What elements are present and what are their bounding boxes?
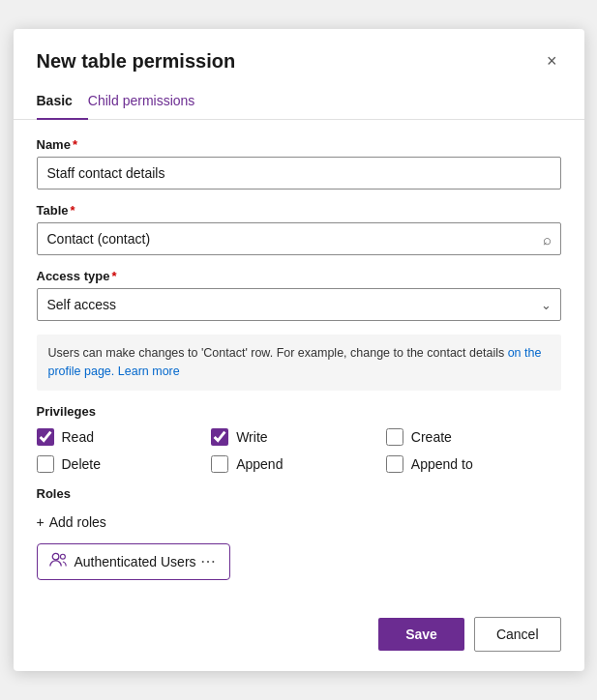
- role-chip-left: Authenticated Users: [49, 552, 196, 571]
- checkbox-append-to[interactable]: Append to: [386, 455, 561, 473]
- append-checkbox[interactable]: [211, 455, 228, 473]
- tab-child-permissions[interactable]: Child permissions: [88, 83, 210, 120]
- modal-dialog: New table permission × Basic Child permi…: [14, 29, 584, 671]
- cancel-button[interactable]: Cancel: [474, 617, 561, 652]
- close-button[interactable]: ×: [543, 48, 561, 73]
- access-type-required: *: [111, 269, 116, 283]
- name-required: *: [73, 137, 77, 152]
- modal-body: Name* Table* ⌕ Access type*: [14, 120, 584, 603]
- access-type-select[interactable]: Self access Global access Team access: [37, 288, 561, 321]
- add-roles-button[interactable]: + Add roles: [37, 510, 106, 534]
- table-input[interactable]: [37, 222, 561, 255]
- name-field-group: Name*: [37, 137, 561, 190]
- modal-title: New table permission: [37, 50, 236, 73]
- access-type-field-group: Access type* Self access Global access T…: [37, 269, 561, 321]
- table-label: Table*: [37, 203, 561, 218]
- tab-basic[interactable]: Basic: [37, 83, 88, 120]
- checkbox-write[interactable]: Write: [211, 428, 386, 446]
- add-roles-label: Add roles: [49, 514, 106, 530]
- roles-label: Roles: [37, 486, 561, 501]
- role-options-button[interactable]: ⋯: [198, 552, 218, 570]
- write-checkbox[interactable]: [211, 428, 228, 446]
- checkbox-read[interactable]: Read: [37, 428, 212, 446]
- privileges-label: Privileges: [37, 404, 561, 419]
- read-checkbox[interactable]: [37, 428, 54, 446]
- add-icon: +: [37, 514, 45, 530]
- role-chip-label: Authenticated Users: [75, 554, 196, 569]
- name-label: Name*: [37, 137, 561, 152]
- privileges-section: Privileges Read Write Create: [37, 404, 561, 473]
- table-input-wrap: ⌕: [37, 222, 561, 255]
- save-button[interactable]: Save: [378, 618, 464, 651]
- table-required: *: [71, 203, 75, 218]
- info-box: Users can make changes to 'Contact' row.…: [37, 335, 561, 391]
- checkboxes-grid: Read Write Create Delete: [37, 428, 561, 473]
- modal-overlay: New table permission × Basic Child permi…: [0, 0, 597, 700]
- delete-checkbox[interactable]: [37, 455, 54, 473]
- checkbox-append[interactable]: Append: [211, 455, 386, 473]
- create-checkbox[interactable]: [386, 428, 403, 446]
- svg-point-1: [60, 554, 65, 559]
- append-to-checkbox[interactable]: [386, 455, 403, 473]
- modal-footer: Save Cancel: [14, 603, 584, 671]
- search-icon: ⌕: [543, 231, 552, 248]
- name-input[interactable]: [37, 157, 561, 190]
- table-field-group: Table* ⌕: [37, 203, 561, 255]
- modal-header: New table permission ×: [14, 29, 584, 83]
- checkbox-create[interactable]: Create: [386, 428, 561, 446]
- checkbox-delete[interactable]: Delete: [37, 455, 212, 473]
- roles-section: Roles + Add roles: [37, 486, 561, 580]
- learn-more-link[interactable]: Learn more: [118, 365, 180, 378]
- tabs-container: Basic Child permissions: [14, 83, 584, 120]
- access-type-select-wrap: Self access Global access Team access ⌄: [37, 288, 561, 321]
- svg-point-0: [52, 553, 59, 560]
- access-type-label: Access type*: [37, 269, 561, 283]
- user-group-icon: [49, 552, 67, 571]
- role-chip: Authenticated Users ⋯: [37, 543, 230, 580]
